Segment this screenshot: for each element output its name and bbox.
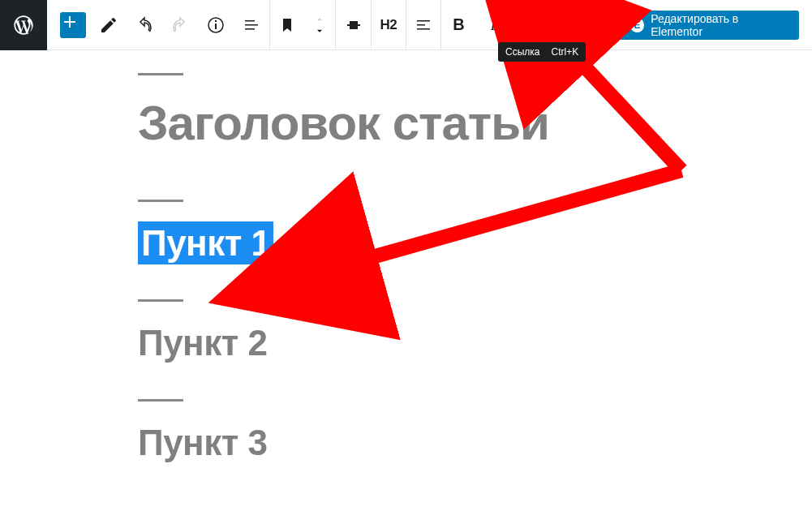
bold-button[interactable]: B: [441, 0, 475, 50]
italic-label: I: [490, 15, 496, 34]
tooltip-label: Ссылка: [505, 46, 539, 58]
heading-block-1[interactable]: Пункт 1: [138, 200, 763, 264]
editor-content: Заголовок статьи Пункт 1 Пункт 2 Пункт 3: [138, 73, 763, 499]
list-view-button[interactable]: [234, 0, 269, 50]
bold-label: B: [453, 15, 464, 34]
kebab-icon: [579, 9, 610, 40]
edit-mode-button[interactable]: [91, 0, 127, 50]
separator: [138, 200, 183, 202]
link-tooltip: Ссылка Ctrl+K: [498, 42, 586, 62]
heading-label: H2: [380, 17, 397, 33]
heading-level-button[interactable]: H2: [372, 0, 406, 50]
editor-toolbar: H2 B I E Редактировать в Elementor: [0, 0, 812, 50]
pencil-icon: [99, 15, 118, 35]
chevron-down-icon: [312, 25, 327, 37]
link-icon: [518, 15, 537, 35]
svg-point-7: [593, 31, 597, 35]
redo-icon: [170, 15, 190, 35]
svg-point-5: [593, 15, 597, 19]
svg-rect-2: [215, 20, 217, 22]
info-icon: [206, 15, 226, 35]
undo-icon: [135, 15, 154, 35]
align-left-icon: [414, 15, 433, 35]
info-button[interactable]: [198, 0, 234, 50]
plus-icon: [60, 12, 79, 32]
move-updown-buttons[interactable]: [304, 0, 335, 50]
post-title[interactable]: Заголовок статьи: [138, 95, 763, 151]
bookmark-icon: [277, 15, 297, 35]
heading-block-2[interactable]: Пункт 2: [138, 299, 763, 363]
undo-button[interactable]: [127, 0, 162, 50]
heading-block-3[interactable]: Пункт 3: [138, 399, 763, 463]
bookmark-button[interactable]: [270, 0, 304, 50]
chevron-down-icon: [552, 15, 571, 35]
elementor-icon: E: [630, 18, 644, 32]
align-width-button[interactable]: [336, 0, 370, 50]
align-center-icon: [344, 15, 363, 35]
separator: [138, 73, 183, 75]
tooltip-shortcut: Ctrl+K: [551, 46, 578, 58]
svg-rect-1: [215, 24, 217, 29]
svg-rect-4: [347, 24, 360, 26]
add-block-button[interactable]: [60, 12, 86, 38]
wordpress-icon: [12, 14, 35, 37]
separator: [138, 399, 183, 402]
wordpress-logo[interactable]: [0, 0, 47, 50]
text-align-button[interactable]: [406, 0, 440, 50]
heading-text[interactable]: Пункт 2: [138, 323, 267, 363]
heading-text[interactable]: Пункт 1: [138, 221, 273, 264]
elementor-label: Редактировать в Elementor: [651, 12, 788, 38]
edit-elementor-button[interactable]: E Редактировать в Elementor: [619, 11, 799, 40]
chevron-up-icon: [312, 14, 327, 25]
outline-icon: [242, 15, 261, 35]
separator: [138, 299, 183, 302]
redo-button[interactable]: [162, 0, 198, 50]
heading-text[interactable]: Пункт 3: [138, 423, 267, 462]
svg-point-6: [593, 23, 597, 27]
toolbar-left-group: [47, 0, 269, 49]
